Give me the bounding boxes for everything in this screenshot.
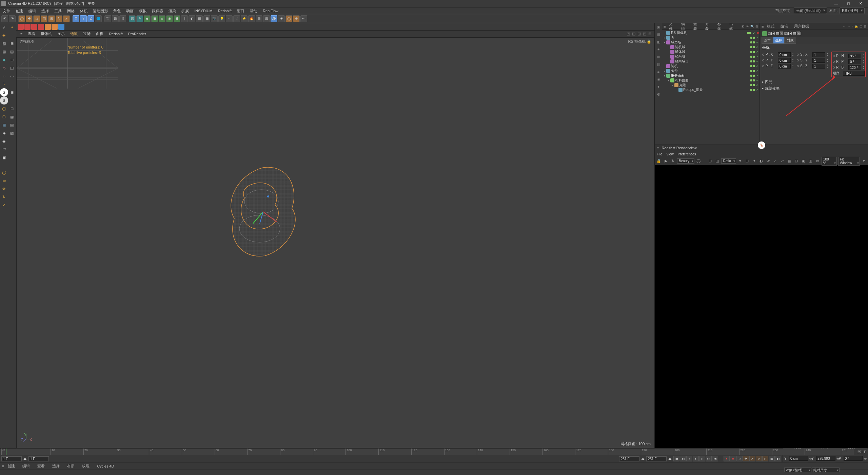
point-mode[interactable]: ◆ [0,56,8,64]
key-pos[interactable]: ✥ [743,456,749,461]
misc-2[interactable]: ↯ [233,15,240,22]
attr-menu-0[interactable]: 模式 [767,24,774,29]
rv-menu-preferences[interactable]: Preferences [678,152,696,156]
vp-menu-2[interactable]: 显示 [55,31,67,36]
scale-x-field[interactable]: 1 [812,52,825,57]
vp-icon-2[interactable]: ◱ [632,32,636,36]
menu-体积[interactable]: 体积 [77,7,90,14]
scene-2[interactable]: ▦ [203,15,210,22]
tree-row-0[interactable]: RS 摄像机✓ [662,31,760,35]
snap-1[interactable]: ◯ [0,104,8,113]
rv-btn-14[interactable]: ▭ [814,158,820,164]
attr-nav-back[interactable]: ← [843,25,846,28]
mat-menu-2[interactable]: 查看 [37,463,45,469]
menu-动画[interactable]: 动画 [123,7,136,14]
misc-3[interactable]: ⚡ [241,15,248,22]
prim-cube[interactable]: ▧ [129,15,136,22]
menu-帮助[interactable]: 帮助 [247,7,260,14]
gen-1[interactable]: ◆ [144,15,151,22]
gen-2[interactable]: ▣ [151,15,158,22]
rot-order-dropdown[interactable]: HPB [843,71,865,76]
misc-7[interactable]: QR [271,15,277,22]
tree-row-7[interactable]: 随机✓ [662,64,760,69]
snap-3[interactable]: ▦ [0,121,8,129]
shelf-cube-3[interactable] [31,24,37,30]
rv-btn-4[interactable]: ⊟ [744,158,750,164]
rv-ratio-dropdown[interactable]: Ratio [721,158,736,164]
key-opt-1[interactable]: ◇ [736,456,743,461]
menu-网格[interactable]: 网格 [64,7,77,14]
vp-menu-7[interactable]: ProRender [125,32,149,36]
rv-btn-12[interactable]: ▣ [801,158,806,164]
key-param[interactable]: P [762,456,768,461]
tree-row-6[interactable]: 径向域.1✓ [662,59,760,64]
tree-row-4[interactable]: 球体域✓ [662,50,760,54]
rot-p-field[interactable]: 0 ° [848,59,861,64]
prev-key-button[interactable]: ◂◂ [680,456,686,461]
obj-hdr-icon-3[interactable]: 🔍 [750,25,754,28]
gen-4[interactable]: ◉ [166,15,173,22]
scale-y-field[interactable]: 1 [812,58,825,63]
shelf-cube-7[interactable] [58,24,64,30]
obj-side-7[interactable]: ◈ [655,68,662,75]
menu-模拟[interactable]: 模拟 [136,7,149,14]
obj-side-6[interactable]: ▤ [655,60,662,68]
menu-扩展[interactable]: 扩展 [179,7,192,14]
rv-menu-file[interactable]: File [657,152,662,156]
start-frame-field[interactable]: 1 F [1,456,22,461]
timeline[interactable]: -510203040506070809010011012013014015016… [0,449,868,455]
tool-4[interactable]: ◫ [41,15,47,22]
tool-7[interactable]: ⤢ [63,15,70,22]
cp-pos-Y[interactable]: 0 cm [789,456,808,461]
rot-b-field[interactable]: 120 ° [848,65,861,70]
rv-btn-5[interactable]: ✦ [751,158,757,164]
goto-start-button[interactable]: ⏮ [673,456,679,461]
attr-lock-icon[interactable]: 🔒 [854,25,858,28]
attr-min-icon[interactable]: ⊟ [864,25,867,28]
gen-5[interactable]: ⬢ [174,15,180,22]
deformer-button[interactable]: ‖ [181,15,188,22]
rv-hamburger-icon[interactable]: ≡ [657,146,659,150]
current-frame-field[interactable]: 1 F [28,456,49,461]
sel-scale[interactable]: ⤢ [0,201,8,209]
cp-rot-P[interactable]: 0 ° [844,456,863,461]
obj-hdr-icon-4[interactable]: ⊟ [755,25,758,28]
rv-channel-dropdown[interactable]: Beauty [677,158,694,164]
shelf-cube-6[interactable] [52,24,58,30]
texture-mode[interactable]: ▦ [0,48,8,56]
menu-渲染[interactable]: 渲染 [166,7,179,14]
rv-btn-6[interactable]: ◐ [758,158,764,164]
rv-btn-7[interactable]: ⟳ [765,158,771,164]
mat-menu-1[interactable]: 编辑 [22,463,30,469]
tree-row-3[interactable]: 随机域✓ [662,45,760,50]
vp-icon-1[interactable]: ◰ [627,32,631,36]
scene-1[interactable]: ▦ [196,15,203,22]
undo-button[interactable]: ↶ [1,15,8,22]
obj-side-5[interactable]: ⊞ [655,53,662,60]
misc-6[interactable]: ⊟ [263,15,270,22]
poly-mode[interactable]: ▱ [0,72,8,80]
vp-icon-3[interactable]: ◲ [637,32,642,36]
pos-x-field[interactable]: 0 cm [778,52,791,57]
rot-h-field[interactable]: 95 ° [848,54,861,58]
pos-z-field[interactable]: 0 cm [778,64,791,69]
menu-工具[interactable]: 工具 [52,7,64,14]
obj-side-9[interactable]: ▼ [655,83,662,90]
vp-menu-1[interactable]: 摄像机 [38,31,55,36]
vp-menu-0[interactable]: 查看 [25,31,38,36]
edge-mode[interactable]: ◇ [0,64,8,72]
attr-menu-1[interactable]: 编辑 [781,24,788,29]
menu-文件[interactable]: 文件 [0,7,13,14]
tool-1[interactable]: ◯ [18,15,25,22]
menu-运动图形[interactable]: 运动图形 [90,7,111,14]
sel-live[interactable]: ◯ [0,168,8,176]
axis-mode[interactable]: └ [0,80,8,88]
redo-button[interactable]: ↷ [9,15,16,22]
attr-nav-up[interactable]: ↑ [852,25,853,28]
obj-hamburger-icon[interactable]: ≡ [664,24,666,28]
misc-4[interactable]: 🔥 [248,15,255,22]
scale-z-field[interactable]: 1 [812,64,825,69]
mat-menu-0[interactable]: 创建 [7,463,15,469]
rv-btn-end[interactable]: ▾ [861,158,867,164]
rv-crop-button[interactable]: ◫ [714,158,720,164]
